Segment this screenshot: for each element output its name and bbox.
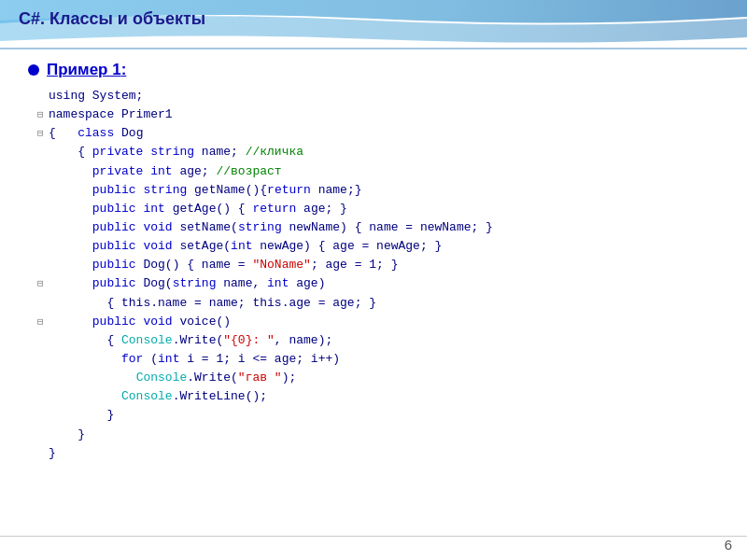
code-line-15: for (int i = 1; i <= age; i++) <box>37 350 719 369</box>
bullet-point <box>28 64 39 76</box>
code-line-9: public void setAge(int newAge) { age = n… <box>37 237 719 256</box>
example-title: Пример 1: <box>47 61 126 79</box>
no-collapse-7 <box>37 202 47 217</box>
code-line-19: } <box>37 426 719 444</box>
no-collapse-14 <box>37 333 47 349</box>
code-line-18: } <box>37 406 719 425</box>
code-line-16: Console.Write("гав "); <box>37 369 719 387</box>
no-collapse-12 <box>37 296 47 312</box>
code-line-11: ⊟ public Dog(string name, int age) <box>37 274 719 293</box>
example-heading: Пример 1: <box>28 61 719 79</box>
code-line-7: public int getAge() { return age; } <box>37 200 719 218</box>
no-collapse-16 <box>37 371 47 386</box>
page-title: C#. Классы и объекты <box>19 9 205 29</box>
no-collapse-4 <box>37 145 47 161</box>
main-content: Пример 1: using System; ⊟ namespace Prim… <box>9 51 738 532</box>
bottom-divider <box>0 536 747 537</box>
code-line-8: public void setName(string newName) { na… <box>37 218 719 237</box>
collapse-marker-2: ⊟ <box>37 107 47 123</box>
code-line-2: ⊟ namespace Primer1 <box>37 105 719 124</box>
no-collapse-19 <box>37 427 47 443</box>
code-block: using System; ⊟ namespace Primer1 ⊟ { cl… <box>28 87 719 463</box>
no-collapse-1 <box>37 89 47 105</box>
code-line-17: Console.WriteLine(); <box>37 387 719 406</box>
code-line-1: using System; <box>37 87 719 105</box>
code-line-14: { Console.Write("{0}: ", name); <box>37 331 719 350</box>
code-line-5: private int age; //возраст <box>37 162 719 181</box>
no-collapse-8 <box>37 220 47 236</box>
code-line-12: { this.name = name; this.age = age; } <box>37 294 719 313</box>
no-collapse-10 <box>37 258 47 273</box>
no-collapse-6 <box>37 183 47 199</box>
collapse-marker-3: ⊟ <box>37 126 47 142</box>
code-line-13: ⊟ public void voice() <box>37 313 719 331</box>
collapse-marker-11: ⊟ <box>37 276 47 292</box>
no-collapse-9 <box>37 239 47 255</box>
no-collapse-17 <box>37 389 47 405</box>
no-collapse-5 <box>37 164 47 180</box>
no-collapse-20 <box>37 446 47 462</box>
collapse-marker-13: ⊟ <box>37 315 47 330</box>
code-line-20: } <box>37 444 719 463</box>
code-line-6: public string getName(){return name;} <box>37 181 719 200</box>
code-line-4: { private string name; //кличка <box>37 143 719 161</box>
no-collapse-15 <box>37 352 47 368</box>
code-line-3: ⊟ { class Dog <box>37 124 719 143</box>
code-line-10: public Dog() { name = "NoName"; age = 1;… <box>37 256 719 274</box>
page-number: 6 <box>725 537 732 553</box>
no-collapse-18 <box>37 408 47 424</box>
